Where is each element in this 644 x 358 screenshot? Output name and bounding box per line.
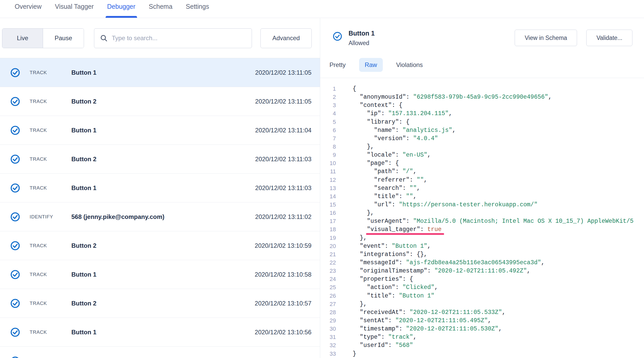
search-input[interactable] <box>108 29 252 48</box>
event-name: Button 2 <box>71 98 255 105</box>
code-line-body: "userAgent": "Mozilla/5.0 (Macintosh; In… <box>353 217 633 225</box>
code-line: 8 }, <box>320 143 644 151</box>
event-name: Button 1 <box>71 184 255 192</box>
code-line-body: "version": "4.0.4" <box>353 134 438 143</box>
code-line: 6 "name": "analytics.js", <box>320 126 644 134</box>
code-line-body: "properties": { <box>353 275 413 283</box>
nav-tab-overview[interactable]: Overview <box>15 0 41 18</box>
event-row[interactable]: TRACKButton 12020/12/02 13:11:04 <box>0 116 320 145</box>
event-name: Button 2 <box>71 156 255 163</box>
live-button[interactable]: Live <box>2 29 43 48</box>
nav-tab-visual-tagger[interactable]: Visual Tagger <box>55 0 94 18</box>
nav-tab-schema[interactable]: Schema <box>149 0 173 18</box>
tab-raw[interactable]: Raw <box>359 58 383 72</box>
event-row[interactable]: TRACKButton 22020/12/02 13:10:57 <box>0 289 320 318</box>
code-line: 29 "sentAt": "2020-12-02T21:11:05.495Z", <box>320 317 644 325</box>
code-line-body: "userId": "568" <box>353 341 413 350</box>
code-line-body: "path": "/", <box>353 167 417 176</box>
code-line: 20 "event": "Button 1", <box>320 242 644 250</box>
line-number: 5 <box>320 118 336 126</box>
code-line: 13 "search": "", <box>320 184 644 192</box>
content: Live Pause Advanced TRACKButton 12020/12… <box>0 18 644 358</box>
line-number: 13 <box>320 184 336 192</box>
line-number: 2 <box>320 93 336 101</box>
nav-tab-debugger[interactable]: Debugger <box>107 0 135 18</box>
code-line-body: "visual_tagger": true <box>353 225 442 234</box>
event-row[interactable]: IDENTIFY565 (hal.sturgeon@company.com)20… <box>0 347 320 358</box>
code-line: 26 "title": "Button 1" <box>320 292 644 300</box>
check-circle-icon <box>10 356 20 358</box>
code-line-body: "library": { <box>353 118 410 126</box>
validate-button[interactable]: Validate... <box>586 30 632 46</box>
code-line-body: "title": "Button 1" <box>353 292 434 300</box>
event-name: Button 2 <box>71 300 255 307</box>
detail-tabs: PrettyRawViolations <box>320 52 644 78</box>
code-line-body: "context": { <box>353 101 402 109</box>
event-timestamp: 2020/12/02 13:11:03 <box>255 156 311 163</box>
line-number: 3 <box>320 101 336 109</box>
visual-tagger-highlight: "visual_tagger": true <box>367 226 442 233</box>
line-number: 1 <box>320 85 336 93</box>
event-row[interactable]: TRACKButton 12020/12/02 13:11:03 <box>0 174 320 202</box>
code-line: 25 "action": "Clicked", <box>320 283 644 292</box>
event-type-label: TRACK <box>30 243 71 249</box>
line-number: 24 <box>320 275 336 283</box>
line-number: 23 <box>320 267 336 275</box>
code-line-body: "timestamp": "2020-12-02T21:11:05.530Z", <box>353 325 502 333</box>
event-row[interactable]: TRACKButton 22020/12/02 13:10:59 <box>0 231 320 260</box>
line-number: 32 <box>320 341 336 350</box>
detail-header: Button 1 Allowed View in Schema Validate… <box>320 18 644 52</box>
code-line: 1{ <box>320 85 644 93</box>
event-timestamp: 2020/12/02 13:11:04 <box>255 127 311 134</box>
line-number: 28 <box>320 308 336 317</box>
code-line-body: }, <box>353 209 374 217</box>
code-line-body: "receivedAt": "2020-12-02T21:11:05.533Z"… <box>353 308 506 317</box>
line-number: 12 <box>320 176 336 184</box>
event-row[interactable]: TRACKButton 12020/12/02 13:11:05 <box>0 58 320 87</box>
line-number: 22 <box>320 259 336 267</box>
code-line-body: "action": "Clicked", <box>353 283 438 292</box>
code-line-body: "url": "https://persona-tester.herokuapp… <box>353 201 538 209</box>
search-icon <box>100 34 108 42</box>
line-number: 18 <box>320 225 336 234</box>
pause-button[interactable]: Pause <box>43 29 84 48</box>
nav-tab-settings[interactable]: Settings <box>186 0 209 18</box>
event-name: Button 1 <box>71 69 255 76</box>
check-circle-icon <box>10 154 20 164</box>
event-name: Button 1 <box>71 127 255 134</box>
code-line-body: "referrer": "", <box>353 176 427 184</box>
code-line: 33} <box>320 350 644 358</box>
view-in-schema-button[interactable]: View in Schema <box>515 30 577 46</box>
code-line: 3 "context": { <box>320 101 644 109</box>
advanced-button[interactable]: Advanced <box>260 28 312 48</box>
code-line-body: "search": "", <box>353 184 420 192</box>
code-line: 2 "anonymousId": "6298f583-979b-45a9-9c9… <box>320 93 644 101</box>
code-line: 30 "timestamp": "2020-12-02T21:11:05.530… <box>320 325 644 333</box>
event-name: Button 1 <box>71 329 255 336</box>
code-line: 10 "page": { <box>320 159 644 167</box>
code-line: 31 "type": "track", <box>320 333 644 341</box>
event-title: Button 1 <box>349 30 375 37</box>
line-number: 31 <box>320 333 336 341</box>
code-line-body: { <box>353 85 356 93</box>
event-row[interactable]: TRACKButton 22020/12/02 13:11:03 <box>0 145 320 174</box>
tab-violations[interactable]: Violations <box>395 58 425 72</box>
event-row[interactable]: TRACKButton 12020/12/02 13:10:58 <box>0 260 320 289</box>
code-line: 18 "visual_tagger": true <box>320 225 644 234</box>
line-number: 15 <box>320 201 336 209</box>
event-row[interactable]: IDENTIFY568 (jenny.pike@company.com)2020… <box>0 202 320 231</box>
event-type-label: IDENTIFY <box>30 214 71 220</box>
code-line: 9 "locale": "en-US", <box>320 151 644 159</box>
code-line-body: "anonymousId": "6298f583-979b-45a9-9c95-… <box>353 93 552 101</box>
raw-json-view[interactable]: 1{2 "anonymousId": "6298f583-979b-45a9-9… <box>320 78 644 358</box>
search-box <box>94 28 252 48</box>
event-timestamp: 2020/12/02 13:10:57 <box>255 300 311 307</box>
top-nav: OverviewVisual TaggerDebuggerSchemaSetti… <box>0 0 644 18</box>
code-lines: 1{2 "anonymousId": "6298f583-979b-45a9-9… <box>320 85 644 358</box>
event-row[interactable]: TRACKButton 22020/12/02 13:11:05 <box>0 87 320 116</box>
event-detail-panel: Button 1 Allowed View in Schema Validate… <box>320 18 644 358</box>
event-status: Allowed <box>349 40 375 47</box>
event-row[interactable]: TRACKButton 12020/12/02 13:10:56 <box>0 318 320 347</box>
event-timestamp: 2020/12/02 13:11:03 <box>255 184 311 192</box>
tab-pretty[interactable]: Pretty <box>328 58 347 72</box>
